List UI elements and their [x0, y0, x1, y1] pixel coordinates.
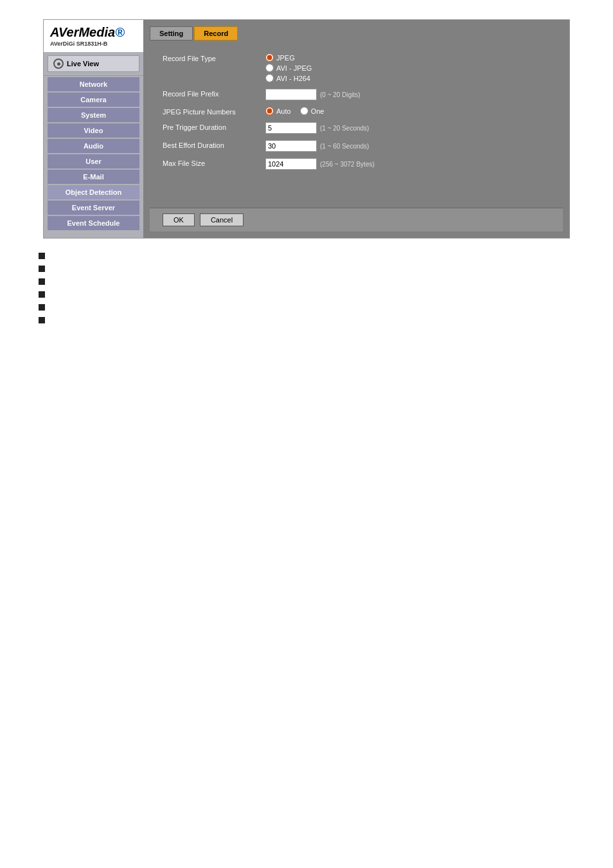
ok-button[interactable]: OK: [163, 213, 195, 226]
record-file-prefix-control: (0 ~ 20 Digits): [265, 89, 360, 100]
max-file-size-input[interactable]: [265, 158, 317, 170]
pre-trigger-duration-input[interactable]: [265, 122, 317, 134]
bullet-item-3: [39, 277, 587, 285]
main-content: Setting Record Record File Type JPEG: [143, 20, 569, 238]
best-effort-duration-label: Best Effort Duration: [163, 140, 265, 149]
sidebar-item-video[interactable]: Video: [48, 123, 139, 138]
bullet-square-2: [39, 266, 45, 272]
record-file-prefix-label: Record File Prefix: [163, 89, 265, 98]
sidebar-item-network[interactable]: Network: [48, 77, 139, 91]
record-file-prefix-row: Record File Prefix (0 ~ 20 Digits): [163, 89, 550, 100]
sidebar: AVerMedia® AVerDiGi SR1831H-B Live View …: [44, 20, 143, 238]
sidebar-divider: [44, 75, 143, 76]
radio-jpeg-label: JPEG: [276, 54, 295, 62]
pre-trigger-duration-hint: (1 ~ 20 Seconds): [320, 125, 369, 132]
pre-trigger-duration-control: (1 ~ 20 Seconds): [265, 122, 369, 134]
sidebar-item-object-detection[interactable]: Object Detection: [48, 185, 139, 199]
bullet-square-1: [39, 253, 45, 259]
radio-one[interactable]: [300, 107, 308, 115]
app-panel: AVerMedia® AVerDiGi SR1831H-B Live View …: [43, 19, 570, 239]
bullet-item-1: [39, 251, 587, 259]
cancel-button[interactable]: Cancel: [200, 213, 244, 226]
tab-bar: Setting Record: [150, 26, 563, 41]
bullet-list: [26, 251, 587, 323]
bullet-item-5: [39, 303, 587, 311]
radio-auto-label: Auto: [276, 107, 291, 115]
sidebar-item-email[interactable]: E-Mail: [48, 170, 139, 184]
logo-brand: AVerMedia®: [50, 25, 137, 40]
max-file-size-row: Max File Size (256 ~ 3072 Bytes): [163, 158, 550, 170]
record-file-type-control: JPEG AVI - JPEG AVI - H264: [265, 53, 312, 82]
logo-model: AVerDiGi SR1831H-B: [50, 41, 137, 47]
radio-jpeg[interactable]: [265, 53, 274, 62]
radio-avi-h264[interactable]: [265, 74, 274, 82]
bullet-square-5: [39, 304, 45, 311]
jpeg-picture-numbers-label: JPEG Picture Numbers: [163, 107, 265, 116]
best-effort-duration-row: Best Effort Duration (1 ~ 60 Seconds): [163, 140, 550, 152]
radio-avi-jpeg[interactable]: [265, 64, 274, 72]
tab-record[interactable]: Record: [194, 26, 238, 41]
bullet-square-4: [39, 291, 45, 298]
sidebar-item-event-schedule[interactable]: Event Schedule: [48, 216, 139, 230]
radio-avi-h264-row: AVI - H264: [265, 74, 312, 82]
radio-auto-one-row: Auto One: [265, 107, 324, 115]
bottom-buttons: OK Cancel: [150, 208, 563, 231]
record-file-prefix-input[interactable]: [265, 89, 317, 100]
max-file-size-hint: (256 ~ 3072 Bytes): [320, 161, 375, 168]
radio-avi-jpeg-label: AVI - JPEG: [276, 64, 312, 72]
logo-area: AVerMedia® AVerDiGi SR1831H-B: [44, 20, 143, 52]
radio-auto[interactable]: [265, 107, 274, 115]
sidebar-item-audio[interactable]: Audio: [48, 139, 139, 153]
radio-one-label: One: [311, 107, 324, 115]
best-effort-duration-control: (1 ~ 60 Seconds): [265, 140, 369, 152]
sidebar-item-user[interactable]: User: [48, 154, 139, 168]
jpeg-picture-numbers-row: JPEG Picture Numbers Auto One: [163, 107, 550, 116]
max-file-size-label: Max File Size: [163, 158, 265, 167]
sidebar-item-event-server[interactable]: Event Server: [48, 201, 139, 215]
live-view-button[interactable]: Live View: [48, 55, 139, 72]
tab-setting[interactable]: Setting: [150, 26, 193, 41]
bullet-square-6: [39, 317, 45, 323]
content-area: Record File Type JPEG AVI - JPEG AVI: [150, 47, 563, 208]
radio-avi-h264-label: AVI - H264: [276, 75, 310, 82]
pre-trigger-duration-row: Pre Trigger Duration (1 ~ 20 Seconds): [163, 122, 550, 134]
radio-avi-jpeg-row: AVI - JPEG: [265, 64, 312, 72]
live-view-label: Live View: [67, 60, 99, 68]
bullet-item-2: [39, 264, 587, 272]
pre-trigger-duration-label: Pre Trigger Duration: [163, 122, 265, 131]
camera-icon: [53, 59, 64, 69]
record-file-prefix-hint: (0 ~ 20 Digits): [320, 91, 360, 98]
bullet-item-4: [39, 290, 587, 298]
logo-text: AVerMedia: [50, 25, 115, 39]
logo-trademark: ®: [115, 25, 125, 39]
bullet-item-6: [39, 316, 587, 323]
best-effort-duration-hint: (1 ~ 60 Seconds): [320, 143, 369, 150]
sidebar-item-camera[interactable]: Camera: [48, 93, 139, 107]
max-file-size-control: (256 ~ 3072 Bytes): [265, 158, 375, 170]
best-effort-duration-input[interactable]: [265, 140, 317, 152]
record-file-type-label: Record File Type: [163, 53, 265, 62]
bullet-square-3: [39, 278, 45, 285]
radio-jpeg-row: JPEG: [265, 53, 312, 62]
jpeg-picture-numbers-control: Auto One: [265, 107, 324, 115]
record-file-type-row: Record File Type JPEG AVI - JPEG AVI: [163, 53, 550, 82]
sidebar-item-system[interactable]: System: [48, 108, 139, 122]
